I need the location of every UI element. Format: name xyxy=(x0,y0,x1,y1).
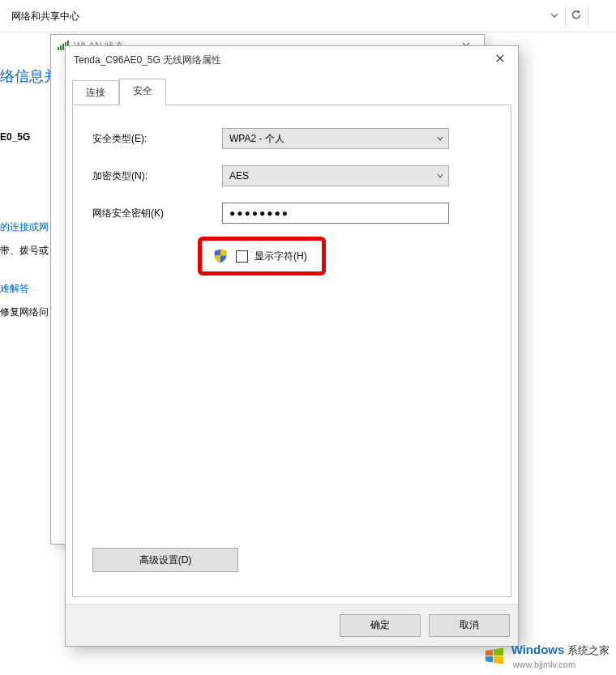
svg-rect-2 xyxy=(62,44,64,50)
label-network-key: 网络安全密钥(K) xyxy=(92,207,222,220)
bg-connection-link-fragment[interactable]: 的连接或网 xyxy=(0,221,49,233)
watermark-brand: Windows xyxy=(511,643,565,656)
watermark-url: www.bjjmlv.com xyxy=(513,660,575,669)
select-security-type[interactable]: WPA2 - 个人 xyxy=(222,128,449,149)
bg-trouble-text-fragment: 修复网络问 xyxy=(0,306,49,318)
cancel-button[interactable]: 取消 xyxy=(429,614,510,637)
address-bar-path[interactable]: 网络和共享中心 xyxy=(5,6,544,27)
refresh-icon xyxy=(571,9,582,23)
advanced-settings-label: 高级设置(D) xyxy=(139,553,192,567)
chevron-down-icon xyxy=(437,172,443,181)
close-icon xyxy=(496,54,504,62)
cancel-button-label: 取消 xyxy=(460,618,479,632)
watermark: Windows 系统之家 www.bjjmlv.com xyxy=(482,643,610,670)
bg-trouble-link-fragment[interactable]: 难解答 xyxy=(0,283,29,294)
chevron-down-icon xyxy=(550,11,558,22)
chevron-down-icon xyxy=(437,135,443,143)
input-network-key-value: ●●●●●●●● xyxy=(229,207,289,219)
uac-shield-icon xyxy=(213,249,228,263)
svg-marker-6 xyxy=(494,648,503,656)
row-show-characters: 显示字符(H) xyxy=(198,237,326,276)
row-security-type: 安全类型(E): WPA2 - 个人 xyxy=(92,128,491,149)
label-encryption-type: 加密类型(N): xyxy=(92,169,222,183)
ok-button-label: 确定 xyxy=(370,618,390,632)
tab-connect[interactable]: 连接 xyxy=(72,80,119,105)
properties-titlebar[interactable]: Tenda_C96AE0_5G 无线网络属性 xyxy=(66,46,518,74)
wireless-properties-dialog: Tenda_C96AE0_5G 无线网络属性 连接 安全 安全类型(E): WP… xyxy=(65,45,519,647)
svg-marker-5 xyxy=(486,650,493,656)
row-network-key: 网络安全密钥(K) ●●●●●●●● xyxy=(92,203,491,224)
svg-rect-0 xyxy=(58,47,59,50)
watermark-sub: 系统之家 xyxy=(567,644,610,656)
properties-title: Tenda_C96AE0_5G 无线网络属性 xyxy=(74,53,221,67)
properties-close-button[interactable] xyxy=(482,46,518,70)
row-encryption-type: 加密类型(N): AES xyxy=(92,165,491,186)
address-bar-refresh-button[interactable] xyxy=(565,6,586,27)
label-security-type: 安全类型(E): xyxy=(92,132,222,146)
input-network-key[interactable]: ●●●●●●●● xyxy=(222,203,449,224)
ok-button[interactable]: 确定 xyxy=(340,614,421,637)
address-bar-dropdown-button[interactable] xyxy=(544,6,565,27)
svg-rect-1 xyxy=(60,45,62,50)
tab-panel-security: 安全类型(E): WPA2 - 个人 加密类型(N): AES xyxy=(72,105,511,597)
svg-marker-8 xyxy=(494,656,503,664)
select-encryption-type-value: AES xyxy=(229,170,249,182)
search-button[interactable] xyxy=(590,6,611,27)
bg-connection-text-fragment: 带、拨号或 xyxy=(0,245,49,256)
select-security-type-value: WPA2 - 个人 xyxy=(229,132,284,146)
windows-logo-icon xyxy=(482,644,507,669)
checkbox-show-characters[interactable] xyxy=(236,250,248,263)
select-encryption-type[interactable]: AES xyxy=(222,165,449,186)
advanced-settings-button[interactable]: 高级设置(D) xyxy=(92,548,238,572)
tab-strip: 连接 安全 xyxy=(66,74,518,105)
address-bar: 网络和共享中心 xyxy=(0,0,616,32)
bg-network-name-fragment: E0_5G xyxy=(0,131,30,143)
tab-security[interactable]: 安全 xyxy=(119,79,166,105)
label-show-characters[interactable]: 显示字符(H) xyxy=(255,250,307,263)
svg-marker-7 xyxy=(486,656,493,663)
separator xyxy=(588,6,588,27)
dialog-button-bar: 确定 取消 xyxy=(66,604,518,646)
